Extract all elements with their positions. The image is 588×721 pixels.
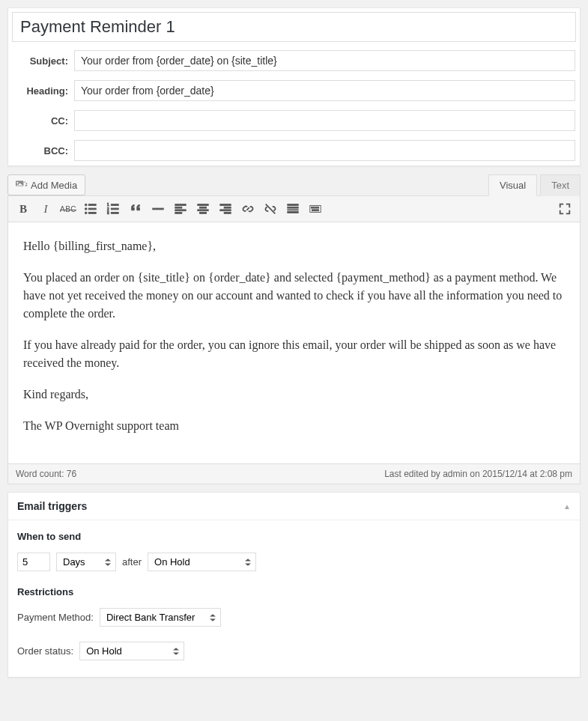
email-fields-table: Subject: Heading: CC: BCC: <box>8 46 580 165</box>
heading-input[interactable] <box>74 80 575 101</box>
heading-label: Heading: <box>8 76 70 106</box>
svg-rect-25 <box>288 204 298 206</box>
svg-rect-15 <box>175 210 186 211</box>
strike-icon: ABC <box>60 205 76 213</box>
svg-rect-27 <box>288 210 298 210</box>
bold-button[interactable]: B <box>13 199 34 219</box>
svg-rect-20 <box>200 213 207 214</box>
svg-rect-30 <box>312 207 313 208</box>
align-right-button[interactable] <box>215 199 236 219</box>
svg-rect-9 <box>111 208 118 210</box>
cc-input[interactable] <box>74 110 575 131</box>
svg-point-0 <box>85 204 87 206</box>
when-to-send-row: Days after On Hold <box>17 553 571 571</box>
toolbar-toggle-button[interactable] <box>305 199 326 219</box>
add-media-label: Add Media <box>31 180 77 191</box>
after-label: after <box>122 556 142 568</box>
order-status-select[interactable]: On Hold <box>79 642 184 660</box>
number-list-button[interactable]: 123 <box>103 199 124 219</box>
bcc-input[interactable] <box>74 140 575 161</box>
svg-rect-31 <box>313 207 315 208</box>
post-title-input[interactable] <box>12 12 576 42</box>
hr-button[interactable] <box>148 199 169 219</box>
svg-rect-26 <box>288 207 298 208</box>
add-media-button[interactable]: Add Media <box>7 174 85 195</box>
bcc-label: BCC: <box>8 136 70 165</box>
subject-label: Subject: <box>8 46 70 76</box>
number-list-icon: 123 <box>106 202 120 216</box>
trigger-unit-select[interactable]: Days <box>56 553 116 571</box>
more-button[interactable] <box>282 199 303 219</box>
svg-text:3: 3 <box>107 211 109 215</box>
unlink-icon <box>264 202 277 216</box>
italic-icon: I <box>44 203 48 216</box>
tab-visual[interactable]: Visual <box>488 174 537 196</box>
svg-rect-22 <box>224 207 231 208</box>
align-left-button[interactable] <box>170 199 191 219</box>
italic-button[interactable]: I <box>35 199 56 219</box>
email-triggers-box: Email triggers ▲ When to send Days after… <box>7 492 581 678</box>
svg-rect-7 <box>111 204 118 206</box>
bullet-list-button[interactable] <box>80 199 101 219</box>
align-right-icon <box>219 202 232 216</box>
tinymce-editor: B I ABC 123 <box>7 195 581 464</box>
tinymce-toolbar: B I ABC 123 <box>8 196 580 222</box>
link-icon <box>241 202 255 216</box>
svg-rect-19 <box>198 210 208 211</box>
svg-rect-33 <box>318 207 319 208</box>
svg-rect-23 <box>220 210 231 211</box>
svg-rect-3 <box>88 208 96 210</box>
toggle-indicator-icon[interactable]: ▲ <box>563 502 571 511</box>
svg-rect-11 <box>111 213 118 214</box>
svg-rect-18 <box>200 207 207 208</box>
order-status-label: Order status: <box>17 645 73 657</box>
blockquote-button[interactable] <box>125 199 146 219</box>
trigger-number-input[interactable] <box>17 553 50 571</box>
svg-rect-13 <box>175 204 186 206</box>
last-edited: Last edited by admin on 2015/12/14 at 2:… <box>384 469 572 479</box>
svg-rect-16 <box>175 213 182 214</box>
payment-method-row: Payment Method: Direct Bank Transfer <box>17 608 571 627</box>
strike-button[interactable]: ABC <box>58 199 79 219</box>
fullscreen-button[interactable] <box>554 199 575 219</box>
trigger-after-status-select[interactable]: On Hold <box>148 553 256 571</box>
payment-method-label: Payment Method: <box>17 612 94 623</box>
editor-wrap: Add Media Visual Text B I ABC 123 <box>7 174 581 484</box>
bold-icon: B <box>19 203 27 216</box>
hr-icon <box>151 202 165 216</box>
blockquote-icon <box>129 202 142 216</box>
svg-rect-34 <box>312 210 319 211</box>
editor-tabs: Visual Text <box>485 174 581 195</box>
editor-content[interactable]: Hello {billing_first_name}, You placed a… <box>8 222 580 463</box>
readmore-icon <box>286 202 300 216</box>
align-left-icon <box>174 202 187 216</box>
editor-p4: Kind regards, <box>23 386 565 404</box>
unlink-button[interactable] <box>260 199 281 219</box>
editor-status-bar: Word count: 76 Last edited by admin on 2… <box>7 464 581 484</box>
bullet-list-icon <box>84 202 97 216</box>
editor-p5: The WP Overnight support team <box>23 417 565 435</box>
when-to-send-label: When to send <box>17 531 571 542</box>
order-status-row: Order status: On Hold <box>17 642 571 660</box>
svg-rect-1 <box>88 204 96 206</box>
media-icon <box>16 179 28 191</box>
cc-label: CC: <box>8 106 70 136</box>
fullscreen-icon <box>558 202 572 216</box>
keyboard-icon <box>309 202 322 216</box>
payment-method-select[interactable]: Direct Bank Transfer <box>100 608 221 627</box>
postbox-title: Email triggers <box>17 500 87 512</box>
svg-rect-24 <box>224 213 231 214</box>
tab-text[interactable]: Text <box>540 174 581 196</box>
svg-rect-28 <box>288 212 298 213</box>
subject-input[interactable] <box>74 50 575 71</box>
editor-p2: You placed an order on {site_title} on {… <box>23 269 565 323</box>
align-center-icon <box>196 202 210 216</box>
align-center-button[interactable] <box>193 199 213 219</box>
svg-point-2 <box>85 208 87 210</box>
postbox-header[interactable]: Email triggers ▲ <box>8 493 580 520</box>
svg-rect-5 <box>88 213 96 214</box>
svg-rect-32 <box>315 207 317 208</box>
editor-p1: Hello {billing_first_name}, <box>23 237 565 255</box>
post-body-box: Subject: Heading: CC: BCC: <box>7 7 581 166</box>
link-button[interactable] <box>237 199 258 219</box>
